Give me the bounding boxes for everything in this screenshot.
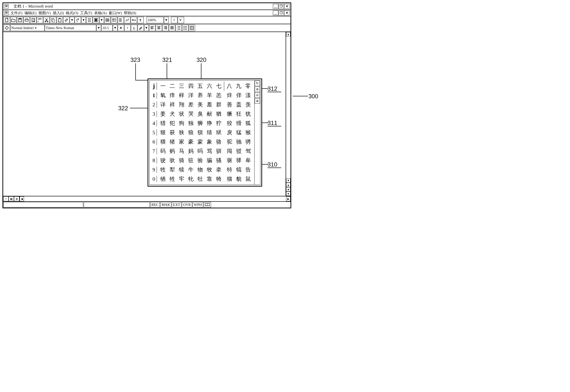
bullet-list-button[interactable]: [182, 25, 189, 31]
ime-candidate[interactable]: 驻: [186, 157, 196, 164]
font-dropdown-arrow-icon[interactable]: ▼: [96, 25, 101, 31]
page-layout-view-button[interactable]: ▦: [9, 196, 14, 201]
ime-refresh-button[interactable]: ↻: [255, 81, 260, 86]
ime-candidate[interactable]: 蚂: [168, 147, 177, 155]
hscroll-track[interactable]: [24, 196, 286, 201]
ime-candidate[interactable]: 吗: [196, 147, 205, 155]
doc-minimize-button[interactable]: __: [273, 11, 278, 15]
ime-candidate[interactable]: 骗: [205, 157, 214, 164]
ime-candidate[interactable]: 豪: [186, 138, 196, 145]
ime-candidate[interactable]: 献: [205, 110, 214, 118]
ime-candidate[interactable]: 蒙: [196, 138, 205, 145]
ime-candidate[interactable]: 狰: [205, 120, 214, 127]
ime-candidate[interactable]: 马: [177, 147, 186, 155]
status-ovr[interactable]: OVR: [182, 202, 192, 207]
ime-candidate[interactable]: 猫: [225, 175, 234, 183]
ime-candidate[interactable]: 骚: [214, 157, 223, 164]
ime-candidate[interactable]: 貌: [234, 175, 244, 183]
wordart-button[interactable]: WA: [131, 17, 137, 23]
ime-candidate[interactable]: 犁: [168, 166, 177, 173]
ime-candidate[interactable]: 狱: [214, 129, 223, 136]
ime-candidate[interactable]: 群: [214, 101, 223, 108]
ime-candidate[interactable]: 驳: [234, 147, 244, 155]
number-list-button[interactable]: 123: [175, 25, 182, 31]
menu-tools[interactable]: 工具(T): [79, 11, 93, 15]
ime-candidate[interactable]: 哭: [186, 110, 196, 118]
close-button[interactable]: ✕: [284, 4, 290, 9]
paste-button[interactable]: [57, 17, 63, 23]
ime-candidate[interactable]: 牧: [205, 166, 214, 173]
browse-object-icon[interactable]: ◈: [286, 187, 291, 192]
ime-candidate[interactable]: 犬: [168, 110, 177, 118]
ime-candidate[interactable]: 猛: [234, 129, 244, 136]
new-button[interactable]: [4, 17, 10, 23]
ime-candidate[interactable]: 狠: [158, 129, 168, 136]
doc-close-button[interactable]: ✕: [284, 11, 290, 15]
preview-button[interactable]: [30, 17, 36, 23]
ime-candidate[interactable]: 猜: [205, 129, 214, 136]
ime-candidate[interactable]: 姜: [158, 110, 168, 118]
style-dropdown[interactable]: Normal Indent▼: [10, 25, 44, 31]
document-area[interactable]: ▲ ▼ ▲ ◈ ▼ 323 321 320 322 312 311 310: [3, 32, 291, 196]
status-book-icon[interactable]: [204, 202, 211, 207]
status-ext[interactable]: EXT: [172, 202, 181, 207]
ime-candidate[interactable]: 狐: [244, 120, 253, 127]
redo-button[interactable]: [75, 17, 81, 23]
font-dropdown[interactable]: Times New Roman: [45, 25, 96, 31]
ime-candidate[interactable]: 驿: [234, 157, 244, 164]
ime-candidate[interactable]: 骆: [214, 138, 223, 145]
ime-candidate[interactable]: 恙: [214, 92, 223, 99]
copy-button[interactable]: [50, 17, 56, 23]
ime-candidate[interactable]: 骂: [205, 147, 214, 155]
scroll-down-icon[interactable]: ▼: [286, 178, 291, 183]
doc-maximize-button[interactable]: ❐: [278, 11, 284, 15]
ime-candidate[interactable]: 驱: [225, 157, 234, 164]
ime-candidate[interactable]: 妈: [186, 147, 196, 155]
ime-candidate[interactable]: 牺: [158, 175, 168, 183]
prev-page-icon[interactable]: ▲: [286, 183, 291, 187]
insert-worksheet-button[interactable]: Σ: [111, 17, 117, 23]
ime-candidate[interactable]: 狗: [177, 120, 186, 127]
show-paragraph-button[interactable]: ¶: [137, 17, 144, 23]
fontsize-dropdown[interactable]: 10.5: [101, 25, 113, 31]
italic-button[interactable]: I: [124, 25, 131, 31]
zoom-dropdown[interactable]: 100%: [146, 17, 164, 23]
ime-candidate[interactable]: 养: [196, 92, 205, 99]
undo-dropdown-icon[interactable]: ▼: [70, 17, 74, 23]
ime-candidate[interactable]: 犊: [177, 166, 186, 173]
insert-table-button[interactable]: [104, 17, 111, 23]
ime-candidate[interactable]: 狮: [196, 120, 205, 127]
menu-window[interactable]: 窗口(W): [108, 11, 123, 15]
ime-candidate[interactable]: 祥: [168, 101, 177, 108]
maximize-button[interactable]: ❐: [278, 4, 284, 9]
ime-candidate[interactable]: 臭: [196, 110, 205, 118]
ime-candidate[interactable]: 狞: [214, 120, 223, 127]
ime-candidate[interactable]: 牲: [158, 166, 168, 173]
ime-candidate[interactable]: 骋: [244, 138, 253, 145]
ime-candidate[interactable]: 犒: [234, 166, 244, 173]
ime-candidate[interactable]: 猶: [214, 110, 223, 118]
ime-candidate[interactable]: 牲: [168, 175, 177, 183]
status-mak[interactable]: MAK: [160, 202, 171, 207]
print-button[interactable]: [24, 17, 30, 23]
ime-candidate[interactable]: 牛: [186, 166, 196, 173]
menu-insert[interactable]: 插入(I): [52, 11, 65, 15]
ime-candidate[interactable]: 驼: [225, 138, 234, 145]
ime-candidate[interactable]: 漾: [244, 92, 253, 99]
ime-candidate[interactable]: 靠: [205, 175, 214, 183]
ime-candidate[interactable]: 犯: [168, 120, 177, 127]
ime-candidate[interactable]: 洋: [186, 92, 196, 99]
ime-candidate[interactable]: 特: [225, 166, 234, 173]
scroll-up-icon[interactable]: ▲: [286, 32, 291, 36]
menu-format[interactable]: 格式(O): [65, 11, 79, 15]
menu-table[interactable]: 表格(A): [93, 11, 108, 15]
align-right-button[interactable]: [162, 25, 169, 31]
ime-candidate[interactable]: 牡: [196, 175, 205, 183]
ime-candidate[interactable]: 犹: [244, 110, 253, 118]
ime-candidate[interactable]: 象: [205, 138, 214, 145]
next-page-icon[interactable]: ▼: [286, 192, 291, 196]
ime-candidate[interactable]: 狡: [225, 120, 234, 127]
ime-candidate[interactable]: 狼: [186, 129, 196, 136]
ime-candidate[interactable]: 羡: [244, 101, 253, 108]
ime-close-button[interactable]: ⊗: [255, 98, 260, 104]
